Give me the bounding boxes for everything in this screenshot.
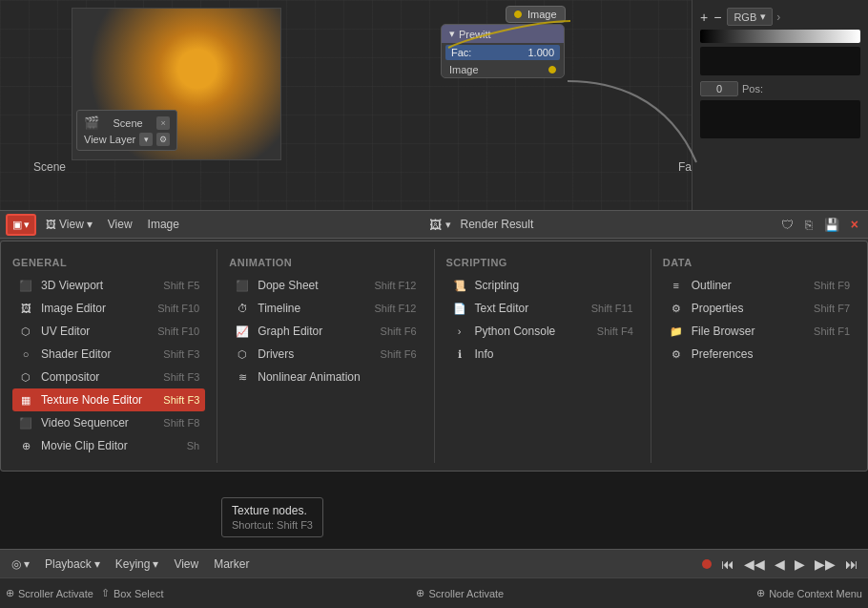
menu-item-text-editor[interactable]: 📄 Text Editor Shift F11: [446, 297, 639, 320]
fac-value: 1.000: [527, 47, 554, 58]
dope-sheet-label: Dope Sheet: [258, 279, 318, 292]
minus-icon[interactable]: −: [713, 10, 721, 25]
menu-item-3d-viewport[interactable]: ⬛ 3D Viewport Shift F5: [12, 274, 205, 297]
scene-close-button[interactable]: ×: [156, 116, 170, 130]
view-menu-button[interactable]: 🖼 View ▾: [40, 216, 98, 233]
rgb-row: + − RGB ▾ ›: [700, 8, 860, 26]
view2-menu-button[interactable]: View: [102, 216, 138, 233]
preferences-label: Preferences: [692, 347, 754, 361]
menu-item-movie-clip-editor[interactable]: ⊕ Movie Clip Editor Sh: [12, 434, 205, 457]
timeline-label: Timeline: [258, 302, 300, 315]
menu-item-python-console[interactable]: › Python Console Shift F4: [446, 320, 639, 343]
next-keyframe-button[interactable]: ⏭: [841, 555, 862, 574]
text-editor-icon: 📄: [452, 301, 467, 316]
menu-item-graph-editor[interactable]: 📈 Graph Editor Shift F6: [229, 320, 422, 343]
animation-header: Animation: [229, 255, 422, 274]
image-menu-button[interactable]: Image: [142, 216, 185, 233]
timeline-icon: ⏱: [235, 301, 250, 316]
menu-item-dope-sheet[interactable]: ⬛ Dope Sheet Shift F12: [229, 274, 422, 297]
rgb-dropdown-icon: ▾: [760, 10, 766, 23]
text-editor-label: Text Editor: [475, 302, 529, 315]
save-icon-btn[interactable]: 💾: [820, 216, 843, 234]
data-column: Data ≡ Outliner Shift F9 ⚙ Properties Sh…: [651, 249, 867, 463]
keying-button[interactable]: Keying ▾: [110, 556, 165, 573]
tooltip-box: Texture nodes. Shortcut: Shift F3: [221, 497, 323, 537]
uv-editor-icon: ⬡: [18, 324, 33, 339]
text-editor-shortcut: Shift F11: [591, 303, 633, 314]
fac-row[interactable]: Fac: 1.000: [445, 45, 560, 60]
menu-item-preferences[interactable]: ⚙ Preferences: [663, 343, 856, 366]
chevron-right-icon: ›: [776, 10, 780, 24]
menu-item-scripting[interactable]: 📜 Scripting: [446, 274, 639, 297]
prewitt-node[interactable]: ▾ Prewitt Fac: 1.000 Image: [441, 24, 565, 78]
menu-item-timeline[interactable]: ⏱ Timeline Shift F12: [229, 297, 422, 320]
playback-button[interactable]: Playback ▾: [39, 556, 106, 573]
plus-icon[interactable]: +: [700, 10, 708, 25]
menu-item-drivers[interactable]: ⬡ Drivers Shift F6: [229, 343, 422, 366]
properties-shortcut: Shift F7: [814, 303, 850, 314]
keying-label: Keying: [115, 557, 151, 571]
menu-item-properties[interactable]: ⚙ Properties Shift F7: [663, 297, 856, 320]
view-layer-dropdown[interactable]: ▾: [139, 133, 153, 146]
box-select-item: ⇧ Box Select: [101, 587, 164, 599]
color-bar-2: [700, 100, 860, 138]
next-frame-button[interactable]: ▶▶: [811, 555, 839, 574]
view-menu-label: View: [59, 218, 84, 231]
scene-select-icon: ◎: [11, 557, 21, 571]
image-editor-label: Image Editor: [41, 302, 106, 315]
editor-type-dropdown-icon: ▾: [24, 219, 30, 231]
scene-select-button[interactable]: ◎ ▾: [6, 556, 35, 573]
prev-frame-button[interactable]: ◀: [771, 555, 789, 574]
rgb-selector[interactable]: RGB ▾: [727, 8, 773, 26]
uv-editor-shortcut: Shift F10: [157, 325, 199, 337]
view-layer-options[interactable]: ⚙: [156, 133, 170, 146]
menu-item-compositor[interactable]: ⬡ Compositor Shift F3: [12, 366, 205, 388]
info-label: Info: [475, 347, 494, 361]
menu-item-video-sequencer[interactable]: ⬛ Video Sequencer Shift F8: [12, 411, 205, 434]
menu-item-outliner[interactable]: ≡ Outliner Shift F9: [663, 274, 856, 297]
mouse-left-icon: ⊕: [6, 587, 14, 599]
outliner-label: Outliner: [692, 279, 732, 292]
value-input[interactable]: 0: [700, 81, 738, 96]
image-editor-shortcut: Shift F10: [157, 303, 199, 314]
main-toolbar: ▣ ▾ 🖼 View ▾ View Image 🖼 ▾ Render Resul…: [0, 210, 868, 239]
menu-item-info[interactable]: ℹ Info: [446, 343, 639, 366]
nonlinear-animation-label: Nonlinear Animation: [258, 370, 360, 384]
color-bar[interactable]: [700, 30, 860, 43]
menu-item-uv-editor[interactable]: ⬡ UV Editor Shift F10: [12, 320, 205, 343]
compositor-icon: ⬡: [18, 369, 33, 385]
jump-start-button[interactable]: ⏮: [717, 555, 738, 574]
view-layer-row: View Layer ▾ ⚙: [80, 132, 174, 147]
color-display: [700, 47, 860, 75]
menu-item-shader-editor[interactable]: ○ Shader Editor Shift F3: [12, 343, 205, 366]
close-editor-button[interactable]: ×: [847, 215, 862, 234]
view-bottom-button[interactable]: View: [168, 556, 204, 573]
copy-icon-btn[interactable]: ⎘: [801, 216, 816, 234]
view-menu-dropdown: ▾: [87, 218, 93, 231]
menu-item-texture-node-editor[interactable]: ▦ Texture Node Editor Shift F3: [12, 388, 205, 411]
shield-icon-btn[interactable]: 🛡: [777, 216, 797, 234]
prev-keyframe-button[interactable]: ◀◀: [740, 555, 769, 574]
scroller-activate-item: ⊕ Scroller Activate: [6, 587, 93, 599]
video-sequencer-label: Video Sequencer: [41, 416, 129, 430]
tooltip-shortcut: Shortcut: Shift F3: [232, 519, 313, 531]
box-select-label: Box Select: [114, 588, 164, 599]
playback-controls: ⏮ ◀◀ ◀ ▶ ▶▶ ⏭: [702, 555, 862, 574]
mouse-left-icon-2: ⊕: [416, 587, 424, 599]
record-button[interactable]: [702, 559, 712, 569]
right-panel: + − RGB ▾ › 0 Pos:: [692, 0, 868, 210]
scene-name: Scene: [114, 117, 143, 129]
scene-panel[interactable]: 🎬 Scene × View Layer ▾ ⚙: [76, 110, 177, 151]
menu-item-image-editor[interactable]: 🖼 Image Editor Shift F10: [12, 297, 205, 320]
image-output-label: Image: [449, 64, 479, 75]
python-console-shortcut: Shift F4: [597, 325, 633, 337]
node-context-menu-label: Node Context Menu: [769, 588, 862, 599]
tooltip-description: Texture nodes.: [232, 504, 313, 517]
play-button[interactable]: ▶: [791, 555, 809, 574]
video-sequencer-shortcut: Shift F8: [163, 417, 199, 429]
properties-icon: ⚙: [669, 301, 684, 316]
menu-item-file-browser[interactable]: 📁 File Browser Shift F1: [663, 320, 856, 343]
menu-item-nonlinear-animation[interactable]: ≋ Nonlinear Animation: [229, 366, 422, 388]
marker-button[interactable]: Marker: [208, 556, 255, 573]
editor-type-button[interactable]: ▣ ▾: [6, 214, 36, 236]
